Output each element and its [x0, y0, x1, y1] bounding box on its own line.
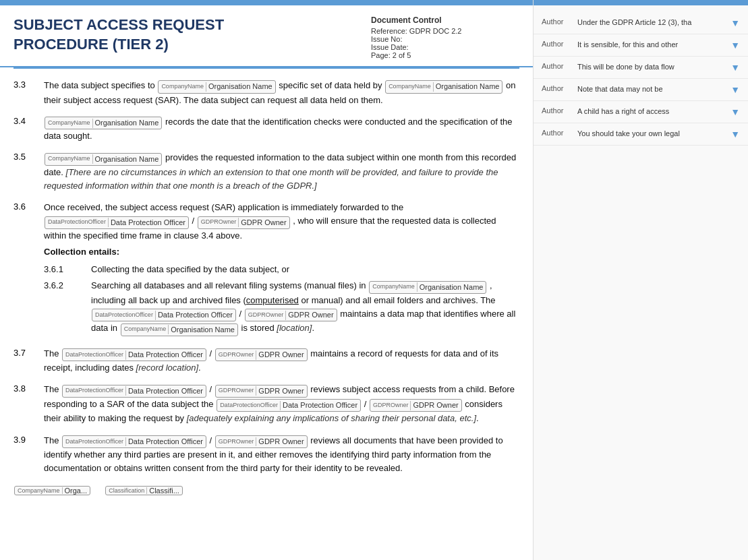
section-text-3-6: Once received, the subject access reques…: [44, 201, 519, 339]
footer-tag-company: CompanyNameOrga...: [13, 486, 91, 495]
comment-1: Author Under the GDPR Article 12 (3), th…: [534, 12, 748, 34]
comment-2-author: Author: [542, 40, 572, 48]
sub-item-3-6-1: 3.6.1 Collecting the data specified by t…: [44, 263, 519, 276]
section-num-3-6: 3.6: [13, 201, 44, 212]
comment-4-author: Author: [542, 84, 572, 92]
sub-item-num-3-6-1: 3.6.1: [44, 263, 91, 276]
sub-item-text-3-6-1: Collecting the data specified by the dat…: [91, 263, 519, 276]
section-num-3-5: 3.5: [13, 151, 44, 162]
footer-company-tag[interactable]: CompanyNameOrga...: [14, 486, 90, 495]
sub-item-text-3-6-2: Searching all databases and all relevant…: [91, 279, 519, 336]
sub-item-num-3-6-2: 3.6.2: [44, 279, 91, 336]
dpo-tag-3[interactable]: DataProtectionOfficerData Protection Off…: [62, 348, 206, 361]
top-accent-bar: [0, 0, 533, 5]
comment-2: Author It is sensible, for this and othe…: [534, 34, 748, 57]
dpo-tag-5[interactable]: DataProtectionOfficerData Protection Off…: [217, 399, 361, 412]
section-num-3-4: 3.4: [13, 115, 44, 126]
section-3-8: 3.8 The DataProtectionOfficerData Protec…: [13, 383, 519, 425]
comment-6-expand[interactable]: ▼: [730, 129, 740, 139]
section-num-3-8: 3.8: [13, 383, 44, 394]
comment-4: Author Note that data may not be ▼: [534, 79, 748, 101]
section-text-3-3: The data subject specifies to CompanyNam…: [44, 79, 519, 107]
document-body: 3.3 The data subject specifies to Compan…: [0, 69, 533, 505]
comment-5-text: A child has a right of access: [577, 106, 725, 117]
gdpr-owner-tag-2[interactable]: GDPROwnerGDPR Owner: [245, 309, 337, 321]
comment-4-expand[interactable]: ▼: [730, 84, 740, 95]
section-3-3: 3.3 The data subject specifies to Compan…: [13, 79, 519, 107]
footer-tag-classification: ClassificationClassifi...: [105, 486, 183, 495]
comment-6: Author You should take your own legal ▼: [534, 123, 748, 146]
collection-label: Collection entails:: [44, 245, 519, 259]
sub-item-3-6-2: 3.6.2 Searching all databases and all re…: [44, 279, 519, 336]
section-3-9: 3.9 The DataProtectionOfficerData Protec…: [13, 434, 519, 476]
computerised-text: computerised: [246, 295, 299, 305]
comment-1-expand[interactable]: ▼: [730, 18, 740, 28]
section-text-3-4: CompanyNameOrganisation Name records the…: [44, 115, 519, 144]
company-name-tag-3[interactable]: CompanyNameOrganisation Name: [45, 117, 162, 129]
section-text-3-5: CompanyNameOrganisation Name provides th…: [44, 151, 519, 193]
comment-6-text: You should take your own legal: [577, 129, 725, 139]
comment-3-text: This will be done by data flow: [577, 62, 725, 72]
section-3-6: 3.6 Once received, the subject access re…: [13, 201, 519, 339]
section-3-4: 3.4 CompanyNameOrganisation Name records…: [13, 115, 519, 144]
comment-6-author: Author: [542, 129, 572, 137]
dpo-tag-4[interactable]: DataProtectionOfficerData Protection Off…: [62, 385, 206, 398]
sub-items-3-6: 3.6.1 Collecting the data specified by t…: [44, 263, 519, 336]
gdpr-owner-tag-5[interactable]: GDPROwnerGDPR Owner: [370, 399, 462, 412]
section-num-3-7: 3.7: [13, 347, 44, 358]
section-num-3-3: 3.3: [13, 79, 44, 90]
dpo-tag-1[interactable]: DataProtectionOfficerData Protection Off…: [45, 216, 189, 229]
document-header: SUBJECT ACCESS REQUEST PROCEDURE (TIER 2…: [0, 5, 533, 67]
comment-1-author: Author: [542, 18, 572, 26]
company-name-tag-4[interactable]: CompanyNameOrganisation Name: [45, 153, 162, 166]
section-3-5: 3.5 CompanyNameOrganisation Name provide…: [13, 151, 519, 193]
doc-page: Page: 2 of 5: [371, 51, 519, 59]
comment-2-expand[interactable]: ▼: [730, 40, 740, 51]
main-document: SUBJECT ACCESS REQUEST PROCEDURE (TIER 2…: [0, 0, 533, 560]
dpo-tag-6[interactable]: DataProtectionOfficerData Protection Off…: [62, 435, 206, 448]
sidebar-accent-bar: [534, 0, 748, 5]
comment-5-author: Author: [542, 106, 572, 115]
section-text-3-7: The DataProtectionOfficerData Protection…: [44, 347, 519, 375]
doc-reference: Reference: GDPR DOC 2.2: [371, 27, 519, 35]
document-control-block: Document Control Reference: GDPR DOC 2.2…: [371, 15, 519, 59]
comment-3-expand[interactable]: ▼: [730, 62, 740, 73]
doc-control-title: Document Control: [371, 15, 519, 25]
comment-4-text: Note that data may not be: [577, 84, 725, 94]
title-text: SUBJECT ACCESS REQUEST PROCEDURE (TIER 2…: [13, 15, 371, 54]
doc-issue-date: Issue Date:: [371, 43, 519, 51]
company-name-tag-2[interactable]: CompanyNameOrganisation Name: [385, 80, 502, 93]
section-text-3-9: The DataProtectionOfficerData Protection…: [44, 434, 519, 476]
doc-issue-no: Issue No:: [371, 35, 519, 43]
comment-3: Author This will be done by data flow ▼: [534, 57, 748, 79]
company-name-tag-5[interactable]: CompanyNameOrganisation Name: [369, 281, 486, 294]
gdpr-owner-tag-4[interactable]: GDPROwnerGDPR Owner: [215, 385, 308, 398]
gdpr-owner-tag-6[interactable]: GDPROwnerGDPR Owner: [215, 435, 308, 448]
comments-panel: Author Under the GDPR Article 12 (3), th…: [534, 5, 748, 152]
dpo-tag-2[interactable]: DataProtectionOfficerData Protection Off…: [92, 309, 236, 321]
company-name-tag-1[interactable]: CompanyNameOrganisation Name: [158, 80, 275, 93]
company-name-tag-6[interactable]: CompanyNameOrganisation Name: [121, 323, 238, 336]
gdpr-owner-tag-1[interactable]: GDPROwnerGDPR Owner: [198, 216, 290, 229]
comment-3-author: Author: [542, 62, 572, 70]
section-text-3-8: The DataProtectionOfficerData Protection…: [44, 383, 519, 425]
comment-5-expand[interactable]: ▼: [730, 106, 740, 117]
footer-tags-row: CompanyNameOrga... ClassificationClassif…: [13, 483, 519, 495]
comment-1-text: Under the GDPR Article 12 (3), tha: [577, 18, 725, 28]
document-title: SUBJECT ACCESS REQUEST PROCEDURE (TIER 2…: [13, 15, 371, 59]
right-sidebar: Author Under the GDPR Article 12 (3), th…: [533, 0, 748, 560]
gdpr-owner-tag-3[interactable]: GDPROwnerGDPR Owner: [215, 348, 308, 361]
section-num-3-9: 3.9: [13, 434, 44, 445]
comment-5: Author A child has a right of access ▼: [534, 101, 748, 123]
comment-2-text: It is sensible, for this and other: [577, 40, 725, 50]
section-3-7: 3.7 The DataProtectionOfficerData Protec…: [13, 347, 519, 375]
footer-classification-tag[interactable]: ClassificationClassifi...: [105, 486, 183, 495]
